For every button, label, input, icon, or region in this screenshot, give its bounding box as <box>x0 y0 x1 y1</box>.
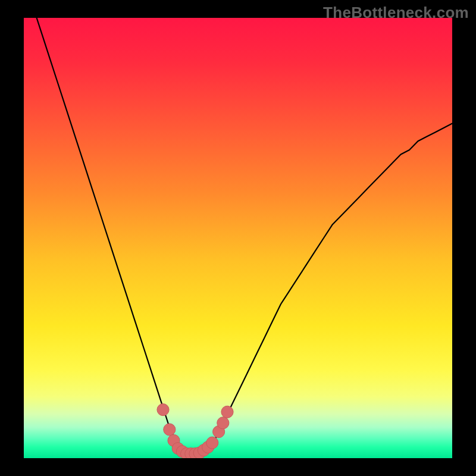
curve-marker <box>217 417 229 429</box>
curve-marker <box>157 404 169 416</box>
plot-area <box>24 18 452 458</box>
watermark-text: TheBottleneck.com <box>323 4 469 22</box>
curve-marker <box>206 437 218 449</box>
curve-marker <box>164 424 176 436</box>
chart-frame: TheBottleneck.com <box>0 0 476 476</box>
chart-svg <box>24 18 452 458</box>
curve-marker <box>221 406 233 418</box>
